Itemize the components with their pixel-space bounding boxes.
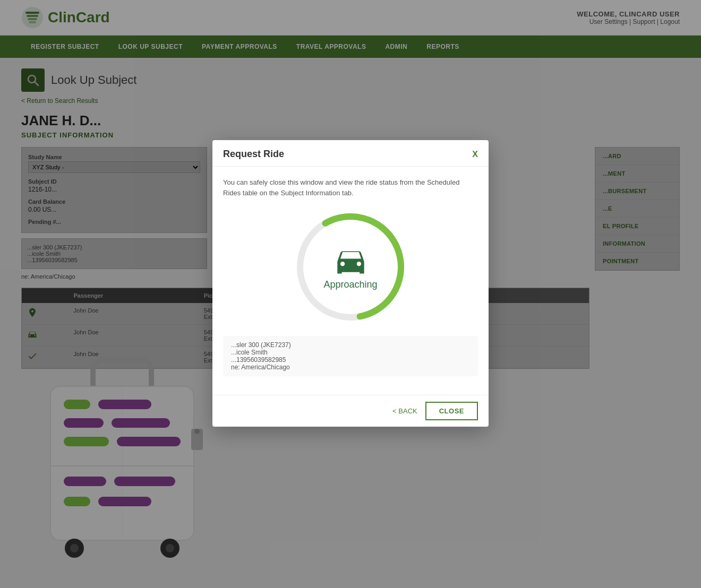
car-icon	[332, 244, 369, 274]
modal-header: Request Ride X	[212, 140, 489, 167]
request-ride-modal: Request Ride X You can safely close this…	[212, 140, 489, 427]
circle-container: Approaching	[223, 209, 478, 325]
modal-vehicle-info-1: ...sler 300 (JKE7237)	[231, 341, 470, 349]
circle-wrapper: Approaching	[292, 209, 409, 325]
close-button[interactable]: CLOSE	[425, 402, 478, 420]
modal-message: You can safely close this window and vie…	[223, 177, 478, 198]
modal-vehicle-info-2: ...icole Smith	[231, 349, 470, 356]
modal-vehicle-info-3: ...13956039582985	[231, 356, 470, 364]
approaching-text: Approaching	[323, 279, 377, 290]
circle-inner: Approaching	[323, 244, 377, 290]
modal-footer: < BACK CLOSE	[212, 395, 489, 427]
modal-timezone: ne: America/Chicago	[231, 364, 470, 371]
modal-overlay: Request Ride X You can safely close this…	[0, 0, 701, 588]
modal-title: Request Ride	[223, 149, 284, 160]
modal-body: You can safely close this window and vie…	[212, 167, 489, 395]
modal-close-x[interactable]: X	[472, 150, 478, 159]
modal-vehicle-details: ...sler 300 (JKE7237) ...icole Smith ...…	[223, 336, 478, 376]
background-page: ClinCard WELCOME, CLINCARD USER User Set…	[0, 0, 701, 588]
back-button[interactable]: < BACK	[392, 407, 417, 415]
